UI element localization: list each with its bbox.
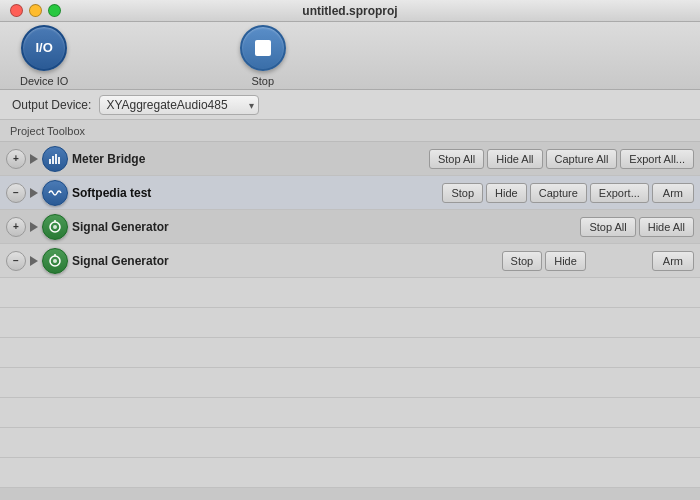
hide-all-button[interactable]: Hide All: [487, 149, 542, 169]
empty-row: [0, 338, 700, 368]
signal-generator-icon: [42, 214, 68, 240]
empty-content-area: [0, 278, 700, 488]
empty-row: [0, 458, 700, 488]
minimize-button[interactable]: [29, 4, 42, 17]
window-title: untitled.sproproj: [302, 4, 397, 18]
meter-bridge-icon: [42, 146, 68, 172]
stop-button[interactable]: Stop: [442, 183, 483, 203]
signal-generator-icon: [42, 248, 68, 274]
svg-rect-0: [49, 159, 51, 164]
track-name: Softpedia test: [72, 186, 438, 200]
track-triangle-icon[interactable]: [30, 222, 38, 232]
toolbar: I/O Device IO Stop: [0, 22, 700, 90]
stop-tool[interactable]: Stop: [240, 25, 286, 87]
maximize-button[interactable]: [48, 4, 61, 17]
track-row: + Meter Bridge Stop All Hide All Capture…: [0, 142, 700, 176]
capture-button[interactable]: Capture: [530, 183, 587, 203]
output-device-wrapper: XYAggregateAudio485 Built-in Output Buil…: [99, 95, 259, 115]
meter-bridge-svg: [47, 151, 63, 167]
stop-all-button[interactable]: Stop All: [429, 149, 484, 169]
audio-track-icon: [42, 180, 68, 206]
track-triangle-icon[interactable]: [30, 188, 38, 198]
toolbox-header-label: Project Toolbox: [10, 125, 85, 137]
track-row: − Signal Generator Stop Hide Arm: [0, 244, 700, 278]
track-row: − Softpedia test Stop Hide Capture Expor…: [0, 176, 700, 210]
empty-row: [0, 428, 700, 458]
track-actions: Stop Hide Capture Export... Arm: [442, 183, 694, 203]
empty-row: [0, 398, 700, 428]
track-name: Signal Generator: [72, 220, 576, 234]
hide-button[interactable]: Hide: [545, 251, 586, 271]
svg-point-5: [53, 225, 57, 229]
track-collapse-button[interactable]: −: [6, 251, 26, 271]
empty-row: [0, 278, 700, 308]
export-button[interactable]: Export...: [590, 183, 649, 203]
track-expand-button[interactable]: +: [6, 217, 26, 237]
close-button[interactable]: [10, 4, 23, 17]
stop-icon: [240, 25, 286, 71]
hide-button[interactable]: Hide: [486, 183, 527, 203]
svg-rect-1: [52, 156, 54, 164]
svg-rect-3: [58, 157, 60, 164]
device-io-icon: I/O: [21, 25, 67, 71]
stop-all-button[interactable]: Stop All: [580, 217, 635, 237]
signal-gen-svg: [47, 253, 63, 269]
titlebar: untitled.sproproj: [0, 0, 700, 22]
track-actions: Stop Hide Arm: [502, 251, 694, 271]
arm-button[interactable]: Arm: [652, 251, 694, 271]
track-actions: Stop All Hide All: [580, 217, 694, 237]
toolbox-header: Project Toolbox: [0, 120, 700, 142]
window-controls: [10, 4, 61, 17]
track-collapse-button[interactable]: −: [6, 183, 26, 203]
track-expand-button[interactable]: +: [6, 149, 26, 169]
export-all-button[interactable]: Export All...: [620, 149, 694, 169]
output-device-label: Output Device:: [12, 98, 91, 112]
device-io-label: Device IO: [20, 75, 68, 87]
track-name: Signal Generator: [72, 254, 498, 268]
arm-button[interactable]: Arm: [652, 183, 694, 203]
output-device-select[interactable]: XYAggregateAudio485 Built-in Output Buil…: [99, 95, 259, 115]
track-triangle-icon[interactable]: [30, 154, 38, 164]
svg-point-8: [53, 259, 57, 263]
audio-wave-svg: [47, 185, 63, 201]
signal-gen-svg: [47, 219, 63, 235]
output-device-row: Output Device: XYAggregateAudio485 Built…: [0, 90, 700, 120]
empty-row: [0, 308, 700, 338]
stop-label: Stop: [251, 75, 274, 87]
track-actions: Stop All Hide All Capture All Export All…: [429, 149, 694, 169]
device-io-tool[interactable]: I/O Device IO: [20, 25, 68, 87]
track-row: + Signal Generator Stop All Hide All: [0, 210, 700, 244]
track-triangle-icon[interactable]: [30, 256, 38, 266]
svg-rect-2: [55, 154, 57, 164]
empty-row: [0, 368, 700, 398]
stop-square: [255, 40, 271, 56]
stop-button[interactable]: Stop: [502, 251, 543, 271]
track-name: Meter Bridge: [72, 152, 425, 166]
hide-all-button[interactable]: Hide All: [639, 217, 694, 237]
capture-all-button[interactable]: Capture All: [546, 149, 618, 169]
